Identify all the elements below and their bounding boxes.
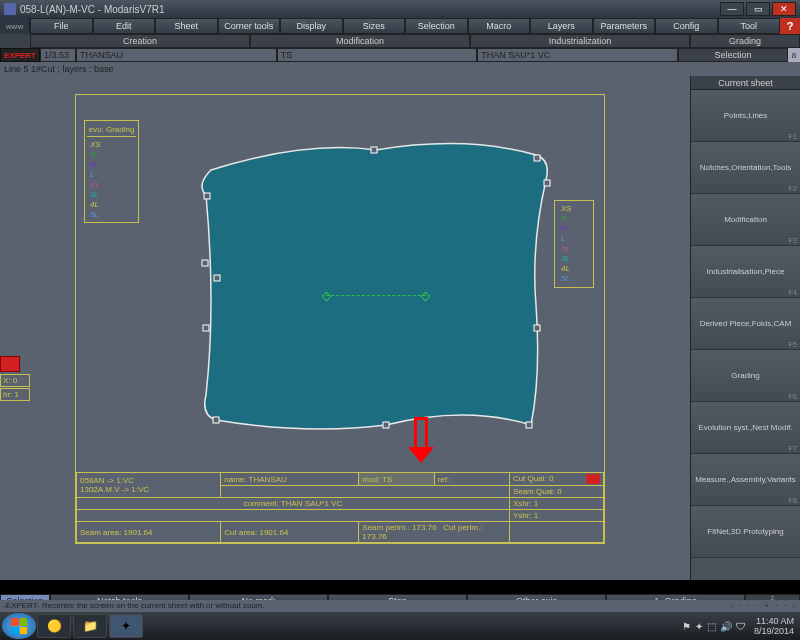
pattern-piece[interactable] <box>186 125 566 435</box>
panel-fitnet--d-prototyping[interactable]: FitNet,3D Prototyping <box>691 506 800 558</box>
grading-title: evo: Grading <box>87 123 136 137</box>
start-button[interactable] <box>2 613 36 639</box>
left-edge-panel: X: 0 hr: 1 <box>0 356 30 402</box>
control-point[interactable] <box>204 193 210 199</box>
ref-label: ref: <box>438 475 450 484</box>
menu-sizes[interactable]: Sizes <box>343 18 406 34</box>
field-row: EXPERT 1/3.53 THANSAU TS THAN SAU*1 VC S… <box>0 48 800 62</box>
piece-name-field[interactable]: THANSAU <box>76 48 277 62</box>
menu-file[interactable]: File <box>30 18 93 34</box>
panel-evolution-syst--nest-modif-[interactable]: Evolution syst.,Nest Modif.F7 <box>691 402 800 454</box>
size-4L[interactable]: 4L <box>87 200 136 210</box>
minimize-button[interactable]: — <box>720 2 744 16</box>
menu-selection[interactable]: Selection <box>405 18 468 34</box>
control-point[interactable] <box>213 417 219 423</box>
control-point[interactable] <box>544 180 550 186</box>
panel-notches-orientation-tools[interactable]: Notches,Orientation,ToolsF2 <box>691 142 800 194</box>
taskbar-chrome[interactable]: 🟡 <box>37 614 71 638</box>
menu-layers[interactable]: Layers <box>530 18 593 34</box>
taskbar-app[interactable]: ✦ <box>109 614 143 638</box>
panel-derived-piece-folds-cam[interactable]: Derived Piece,Folds,CAMF5 <box>691 298 800 350</box>
size-5L[interactable]: 5L <box>87 210 136 220</box>
left-x: X: 0 <box>0 374 30 387</box>
menu-display[interactable]: Display <box>280 18 343 34</box>
tray-network-icon[interactable]: ⬚ <box>707 621 716 632</box>
comment-value: THAN SAU*1 VC <box>281 499 342 508</box>
taskbar-explorer[interactable]: 📁 <box>73 614 107 638</box>
windows-logo-icon <box>11 618 27 634</box>
marker-icon <box>0 356 20 372</box>
piece-outline[interactable] <box>202 144 547 429</box>
mod-label: mod: <box>362 475 380 484</box>
yshr-label: Yshr: <box>513 511 532 520</box>
cat-creation[interactable]: Creation <box>30 34 250 48</box>
taskbar: 🟡 📁 ✦ ⚑ ✦ ⬚ 🔊 🛡 11:40 AM 8/19/2014 <box>0 612 800 640</box>
cat-industrialization[interactable]: Industrialization <box>470 34 690 48</box>
selection-count: 8 <box>788 48 800 62</box>
size-XL[interactable]: XL <box>87 180 136 190</box>
panel-grading[interactable]: GradingF6 <box>691 350 800 402</box>
control-point[interactable] <box>203 325 209 331</box>
menu-edit[interactable]: Edit <box>93 18 156 34</box>
app-icon <box>4 3 16 15</box>
menu-config[interactable]: Config <box>655 18 718 34</box>
panel-industrialisation-piece[interactable]: Industrialisation,PieceF4 <box>691 246 800 298</box>
control-point[interactable] <box>534 155 540 161</box>
panel-points-lines[interactable]: Points,LinesF1 <box>691 90 800 142</box>
size-S[interactable]: S <box>87 150 136 160</box>
size-L[interactable]: L <box>87 170 136 180</box>
piece-code-field[interactable]: TS <box>277 48 478 62</box>
zoom-field[interactable]: 1/3.53 <box>40 48 76 62</box>
control-point[interactable] <box>383 422 389 428</box>
tray-shield-icon[interactable]: 🛡 <box>736 621 746 632</box>
seamqual-label: Seam Qual: <box>513 487 555 496</box>
size-3L[interactable]: 3L <box>87 190 136 200</box>
expert-badge: EXPERT <box>0 48 40 62</box>
control-point[interactable] <box>371 147 377 153</box>
grainline[interactable] <box>326 295 426 296</box>
system-tray[interactable]: ⚑ ✦ ⬚ 🔊 🛡 11:40 AM 8/19/2014 <box>682 616 798 636</box>
maximize-button[interactable]: ▭ <box>746 2 770 16</box>
menu-parameters[interactable]: Parameters <box>593 18 656 34</box>
red-arrow-annotation <box>414 417 434 463</box>
menu-macro[interactable]: Macro <box>468 18 531 34</box>
control-point[interactable] <box>534 325 540 331</box>
close-button[interactable]: ✕ <box>772 2 796 16</box>
menu-corner-tools[interactable]: Corner tools <box>218 18 281 34</box>
cat-grading[interactable]: Grading <box>690 34 800 48</box>
cat-modification[interactable]: Modification <box>250 34 470 48</box>
tray-flag-icon[interactable]: ⚑ <box>682 621 691 632</box>
quality-icon <box>586 474 600 484</box>
seamarea-value: 1901.64 <box>124 528 153 537</box>
panel-measure--assembly-variants[interactable]: Measure.,Assembly,VariantsF8 <box>691 454 800 506</box>
panel-modification[interactable]: ModificationF3 <box>691 194 800 246</box>
tray-charm-icon[interactable]: ✦ <box>695 621 703 632</box>
titlebar: 058-L(AN)-M-VC - ModarisV7R1 — ▭ ✕ <box>0 0 800 18</box>
control-point[interactable] <box>202 260 208 266</box>
www-label[interactable]: www <box>0 18 30 34</box>
xshr-label: Xshr: <box>513 499 532 508</box>
menubar: www File Edit Sheet Corner tools Display… <box>0 18 800 34</box>
clock[interactable]: 11:40 AM 8/19/2014 <box>750 616 798 636</box>
selection-label: Selection <box>678 48 788 62</box>
size-XS[interactable]: XS <box>87 140 136 150</box>
control-point[interactable] <box>526 422 532 428</box>
piece-comment-field[interactable]: THAN SAU*1 VC <box>477 48 678 62</box>
mod-value: TS <box>382 475 392 484</box>
help-button[interactable]: ? <box>780 18 800 34</box>
size-M[interactable]: M <box>87 160 136 170</box>
clock-time: 11:40 AM <box>754 616 794 626</box>
status-line: Line 5 1#Cut ; layers : base <box>0 62 800 76</box>
workspace[interactable]: X: 0 hr: 1 evo: Grading XSSMLXL3L4L5L XS… <box>0 76 690 580</box>
hint-dots: - · · · + · · - <box>730 600 797 612</box>
info-model1: 058AN -> 1:VC <box>80 476 134 485</box>
sheet-canvas[interactable]: evo: Grading XSSMLXL3L4L5L XSSMLXL3L4L5L <box>75 94 605 544</box>
menu-tool[interactable]: Tool <box>718 18 781 34</box>
name-value: THANSAU <box>249 475 287 484</box>
hint-bar: -EXPERT- Recentre the screen on the curr… <box>0 600 800 612</box>
seamarea-label: Seam area: <box>80 528 121 537</box>
info-model2: 1302A.M.V -> 1:VC <box>80 485 149 494</box>
control-point[interactable] <box>214 275 220 281</box>
menu-sheet[interactable]: Sheet <box>155 18 218 34</box>
tray-volume-icon[interactable]: 🔊 <box>720 621 732 632</box>
